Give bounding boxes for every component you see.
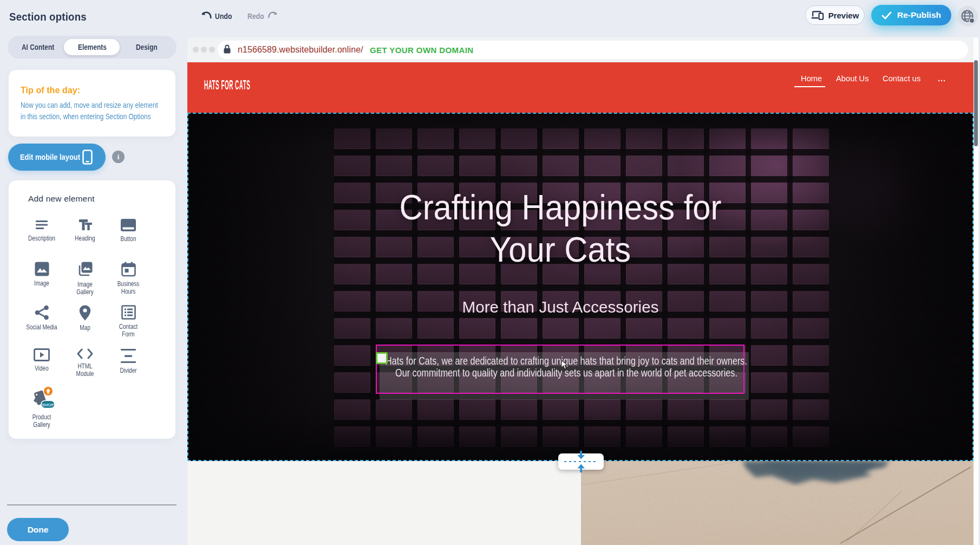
svg-text:SHOP: SHOP xyxy=(42,403,54,407)
